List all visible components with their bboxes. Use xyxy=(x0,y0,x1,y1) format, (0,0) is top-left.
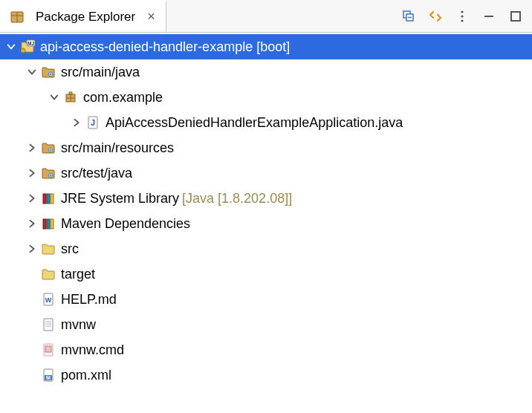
expand-arrow-icon[interactable] xyxy=(24,165,40,181)
tree-item-label: api-access-denied-handler-example [boot] xyxy=(40,39,290,55)
maximize-view-button[interactable] xyxy=(507,7,525,25)
tree-item-label: JRE System Library xyxy=(61,191,179,206)
tree-item-src-main-java[interactable]: src/main/java xyxy=(0,59,532,85)
expand-arrow-icon[interactable] xyxy=(24,215,40,232)
source-folder-icon xyxy=(40,64,56,80)
view-tab-package-explorer[interactable]: Package Explorer × xyxy=(0,0,166,32)
expand-arrow-icon[interactable] xyxy=(3,39,19,55)
java-file-icon xyxy=(85,114,101,131)
library-icon xyxy=(40,215,56,232)
tree-item-java-file[interactable]: ApiAccessDeniedHandlerExampleApplication… xyxy=(0,110,532,135)
expand-arrow-icon[interactable] xyxy=(24,190,40,206)
tree-item-project[interactable]: api-access-denied-handler-example [boot] xyxy=(0,34,532,59)
view-header: Package Explorer × xyxy=(0,0,532,33)
library-icon xyxy=(40,190,56,206)
xml-file-icon xyxy=(40,367,56,383)
tree-item-label: src/main/resources xyxy=(61,140,174,156)
project-icon xyxy=(19,39,36,55)
doc-file-icon xyxy=(40,291,56,308)
view-toolbar xyxy=(392,0,532,32)
project-tree: api-access-denied-handler-example [boot]… xyxy=(0,33,532,388)
tree-item-label: src xyxy=(61,241,79,257)
tree-item-maven-deps[interactable]: Maven Dependencies xyxy=(0,211,532,236)
package-icon xyxy=(62,89,79,105)
folder-icon xyxy=(40,241,56,257)
source-folder-icon xyxy=(40,165,56,181)
tree-item-src-folder[interactable]: src xyxy=(0,236,532,261)
tree-item-label: pom.xml xyxy=(61,368,111,383)
expand-arrow-icon[interactable] xyxy=(24,64,40,80)
tree-item-label: com.example xyxy=(83,90,163,105)
view-menu-button[interactable] xyxy=(453,7,471,25)
close-icon[interactable]: × xyxy=(146,9,157,25)
tree-item-label: target xyxy=(61,267,95,282)
expand-arrow-icon[interactable] xyxy=(24,140,40,156)
link-with-editor-button[interactable] xyxy=(426,7,444,25)
tree-item-src-main-resources[interactable]: src/main/resources xyxy=(0,135,532,160)
tree-item-label: src/main/java xyxy=(61,65,140,80)
tree-item-mvnw-cmd[interactable]: mvnw.cmd xyxy=(0,337,532,362)
view-tab-title: Package Explorer xyxy=(36,10,135,25)
minimize-view-button[interactable] xyxy=(480,7,498,25)
package-explorer-icon xyxy=(9,9,25,25)
tree-item-pom-xml[interactable]: pom.xml xyxy=(0,362,532,388)
tree-item-target-folder[interactable]: target xyxy=(0,261,532,287)
tree-item-help-md[interactable]: HELP.md xyxy=(0,287,532,312)
cmd-file-icon xyxy=(40,342,56,358)
expand-arrow-icon[interactable] xyxy=(46,89,62,105)
tree-item-label: Maven Dependencies xyxy=(61,216,190,232)
tree-item-jre-library[interactable]: JRE System Library [Java [1.8.202.08]] xyxy=(0,186,532,211)
expand-arrow-icon[interactable] xyxy=(68,114,85,131)
tree-item-label: mvnw xyxy=(61,317,96,333)
tree-item-label: src/test/java xyxy=(61,166,132,181)
expand-arrow-icon[interactable] xyxy=(24,241,40,257)
tree-item-src-test-java[interactable]: src/test/java xyxy=(0,160,532,186)
file-icon xyxy=(40,316,56,333)
tree-item-package[interactable]: com.example xyxy=(0,85,532,110)
tree-item-label: HELP.md xyxy=(61,292,117,308)
collapse-all-button[interactable] xyxy=(400,7,418,25)
tree-item-mvnw[interactable]: mvnw xyxy=(0,312,532,337)
tree-item-suffix: [Java [1.8.202.08]] xyxy=(182,191,292,206)
source-folder-icon xyxy=(40,140,56,156)
folder-icon xyxy=(40,266,56,282)
tree-item-label: ApiAccessDeniedHandlerExampleApplication… xyxy=(106,115,403,131)
tree-item-label: mvnw.cmd xyxy=(61,342,124,358)
